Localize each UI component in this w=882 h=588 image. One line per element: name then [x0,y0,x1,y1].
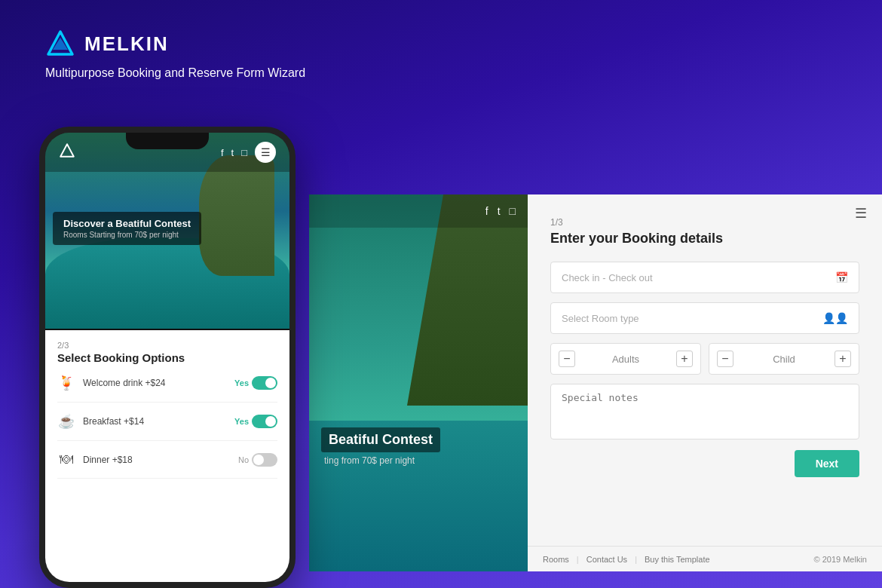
toggle-yes-breakfast[interactable]: Yes [234,415,277,428]
child-increase-button[interactable]: + [835,351,851,367]
form-title: Enter your Booking details [550,231,859,247]
child-counter: − Child + [709,343,859,375]
room-icon: 👤👤 [822,312,848,324]
twitter-icon: t [231,147,234,158]
instagram-icon: □ [241,147,247,158]
checkin-placeholder: Check in - Check out [562,272,835,283]
option-label: Dinner +$18 [83,455,231,465]
footer-rooms-link[interactable]: Rooms [543,555,569,564]
special-notes-input[interactable] [550,384,859,439]
phone-step: 2/3 [57,341,277,350]
twitter-icon: t [498,205,501,217]
option-welcome-drink: 🍹 Welcome drink +$24 Yes [57,375,277,403]
form-step: 1/3 [550,217,859,228]
footer-links: Rooms | Contact Us | Buy this Template [543,555,710,564]
instagram-icon: □ [510,205,516,217]
phone-logo [59,142,75,162]
dinner-icon: 🍽 [57,452,75,467]
desktop-panel: f t □ Beatiful Contest ting from 70$ per… [309,194,882,571]
desktop-top-bar: f t □ [309,194,528,228]
calendar-icon: 📅 [835,271,848,283]
tagline: Multipurpose Booking and Reserve Form Wi… [45,66,305,80]
footer-buy-link[interactable]: Buy this Template [645,555,710,564]
option-label: Welcome drink +$24 [83,378,227,388]
option-label: Breakfast +$14 [83,416,227,427]
phone-notch [126,133,209,149]
checkin-checkout-field[interactable]: Check in - Check out 📅 [550,262,859,293]
desktop-hero-text: Beatiful Contest ting from 70$ per night [321,427,440,466]
desktop-hero-title: Beatiful Contest [321,427,440,452]
phone-hero: f t □ ☰ Discover a Beatiful Contest Room… [45,133,289,329]
toggle-yes-welcome[interactable]: Yes [234,376,277,390]
toggle-no-dinner[interactable]: No [238,453,277,467]
phone-menu-button[interactable]: ☰ [255,142,276,163]
phone-hero-text: Discover a Beatiful Contest Rooms Starti… [53,212,201,245]
logo-area: MELKIN [45,29,169,59]
phone-mockup: f t □ ☰ Discover a Beatiful Contest Room… [39,127,296,579]
footer-copyright: © 2019 Melkin [814,555,867,564]
menu-icon[interactable]: ☰ [855,205,867,222]
desktop-hero: f t □ Beatiful Contest ting from 70$ per… [309,194,528,571]
desktop-footer: Rooms | Contact Us | Buy this Template ©… [528,546,882,571]
child-label: Child [773,354,795,365]
brand-name: MELKIN [84,32,169,56]
facebook-icon: f [221,147,224,158]
adults-decrease-button[interactable]: − [559,351,575,367]
desktop-hero-sub: ting from 70$ per night [321,455,440,466]
toggle-label-yes: Yes [234,417,249,426]
room-type-field[interactable]: Select Room type 👤👤 [550,302,859,334]
room-placeholder: Select Room type [562,313,822,324]
facebook-icon: f [485,205,488,217]
child-decrease-button[interactable]: − [717,351,733,367]
logo-icon [45,29,75,59]
desktop-form-panel: ☰ 1/3 Enter your Booking details Check i… [528,194,882,571]
adults-counter: − Adults + [550,343,701,375]
adults-label: Adults [612,354,639,365]
next-button[interactable]: Next [795,450,859,477]
breakfast-icon: ☕ [57,413,75,430]
phone-hero-title: Discover a Beatiful Contest [63,218,191,229]
phone-nav-icons: f t □ ☰ [221,142,276,163]
phone-hero-sub: Rooms Starting from 70$ per night [63,231,191,239]
option-dinner: 🍽 Dinner +$18 No [57,452,277,479]
footer-contact-link[interactable]: Contact Us [586,555,627,564]
option-breakfast: ☕ Breakfast +$14 Yes [57,413,277,441]
counter-row: − Adults + − Child + [550,343,859,375]
adults-increase-button[interactable]: + [676,351,693,367]
svg-marker-2 [60,144,74,157]
toggle-label-yes: Yes [234,378,249,387]
drink-icon: 🍹 [57,375,75,391]
toggle-label-no: No [238,455,249,464]
phone-step-title: Select Booking Options [57,351,277,364]
phone-body: 2/3 Select Booking Options 🍹 Welcome dri… [45,330,289,582]
